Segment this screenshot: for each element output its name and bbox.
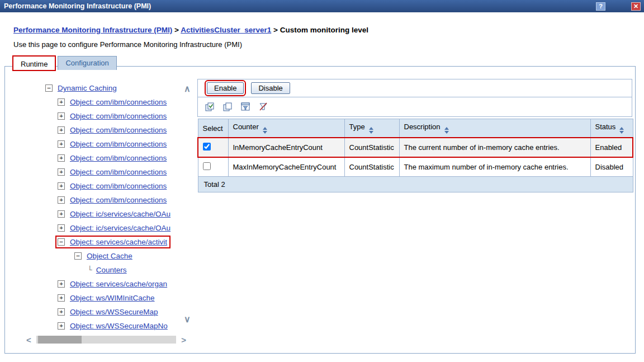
cell-type: CountStatistic — [344, 157, 399, 177]
close-icon[interactable]: ✕ — [631, 2, 641, 11]
sort-icon[interactable] — [619, 127, 624, 134]
tree-item: +Object: com/ibm/connections — [44, 109, 187, 123]
row-select-checkbox[interactable] — [203, 162, 211, 170]
breadcrumb-separator: > — [271, 26, 280, 34]
tree-scroll-up-icon[interactable]: ∧ — [184, 83, 191, 94]
tree-item-inner: +Object: com/ibm/connections — [56, 111, 169, 121]
tree-item-inner: +Object: ws/WIMInitCache — [56, 293, 157, 303]
expand-icon[interactable]: + — [58, 308, 65, 316]
tree-item-link[interactable]: Object: ws/WIMInitCache — [70, 294, 155, 302]
tab-configuration[interactable]: Configuration — [58, 56, 116, 70]
tree-item-link[interactable]: Object: com/ibm/connections — [70, 112, 167, 120]
tree-item: +Object: com/ibm/connections — [44, 179, 187, 193]
tree-item-link[interactable]: Object: ic/services/cache/OAu — [70, 224, 171, 232]
tree-item-link[interactable]: Object: services/cache/activit — [70, 238, 167, 246]
expand-icon[interactable]: + — [58, 294, 65, 302]
intro-text: Use this page to configure Performance M… — [13, 40, 644, 49]
tree-item-link[interactable]: Object: com/ibm/connections — [70, 126, 167, 134]
expand-icon[interactable]: + — [58, 224, 65, 232]
sort-icon[interactable] — [369, 127, 373, 134]
disable-button[interactable]: Disable — [251, 82, 290, 94]
tab-runtime[interactable]: Runtime — [12, 55, 56, 71]
sort-icon[interactable] — [263, 127, 267, 134]
tree-item-inner: +Object: ws/WSSecureMap — [56, 307, 160, 317]
tree-item-link[interactable]: Object: com/ibm/connections — [70, 98, 167, 106]
clear-filter-icon[interactable] — [257, 101, 269, 113]
tree-item-inner: −Object Cache — [73, 251, 135, 261]
tree-item-link[interactable]: Object: com/ibm/connections — [70, 196, 167, 204]
breadcrumb: Performance Monitoring Infrastructure (P… — [13, 26, 644, 34]
show-filter-icon[interactable] — [239, 101, 252, 113]
tree-item-inner: +Object: com/ibm/connections — [56, 97, 169, 107]
tree-item-link[interactable]: Object: com/ibm/connections — [70, 154, 167, 162]
scrollbar-track[interactable] — [36, 336, 176, 344]
tree-item: −Object Cache — [44, 249, 187, 263]
collapse-icon[interactable]: − — [74, 252, 82, 260]
tree-item-inner: +Object: com/ibm/connections — [56, 153, 169, 163]
cell-type: CountStatistic — [344, 138, 399, 157]
tree-item-inner: +Object: com/ibm/connections — [56, 195, 169, 205]
tree-item-inner: +Object: com/ibm/connections — [56, 181, 169, 191]
tree-item: +Object: com/ibm/connections — [44, 165, 187, 179]
tree-item-link[interactable]: Dynamic Caching — [58, 84, 117, 92]
sort-icon[interactable] — [444, 127, 449, 134]
expand-icon[interactable]: + — [58, 210, 65, 218]
tree-item-link[interactable]: Object: com/ibm/connections — [70, 168, 167, 176]
help-icon[interactable]: ? — [596, 2, 605, 11]
expand-icon[interactable]: + — [58, 98, 65, 106]
row-select-checkbox[interactable] — [203, 143, 211, 151]
scrollbar-thumb[interactable] — [38, 336, 82, 344]
tree-item: +Object: com/ibm/connections — [44, 137, 187, 151]
expand-icon[interactable]: + — [58, 112, 65, 120]
action-button-row: Enable Disable — [197, 79, 632, 97]
tree-item-link[interactable]: Object: com/ibm/connections — [70, 182, 167, 190]
tree-scroll-down-icon[interactable]: ∨ — [184, 314, 191, 325]
expand-icon[interactable]: + — [58, 154, 65, 162]
table-header-row: SelectCounterTypeDescriptionStatus — [198, 119, 633, 138]
cell-description: The maximum number of in-memory cache en… — [399, 157, 590, 177]
tree-item: −Dynamic Caching — [44, 81, 187, 95]
select-all-icon[interactable] — [203, 101, 216, 113]
window-titlebar: Performance Monitoring Infrastructure (P… — [0, 0, 644, 12]
tree-item-link[interactable]: Object Cache — [87, 252, 132, 260]
column-header-description[interactable]: Description — [399, 119, 590, 138]
column-header-label: Counter — [233, 123, 259, 131]
enable-button[interactable]: Enable — [207, 82, 244, 94]
tree-item: +Object: ws/WSSecureMap — [44, 305, 187, 319]
table-body: InMemoryCacheEntryCountCountStatisticThe… — [198, 138, 633, 177]
scroll-left-icon[interactable]: < — [26, 336, 31, 344]
tree-item-link[interactable]: Counters — [96, 266, 127, 274]
table-footer-row: Total 2 — [198, 177, 633, 192]
column-header-label: Type — [349, 123, 365, 131]
expand-icon[interactable]: + — [58, 140, 65, 148]
tree-item-inner: └Counters — [87, 265, 129, 275]
expand-icon[interactable]: + — [58, 196, 65, 204]
column-header-label: Select — [203, 124, 223, 133]
expand-icon[interactable]: + — [58, 168, 65, 176]
expand-icon[interactable]: + — [58, 182, 65, 190]
scroll-right-icon[interactable]: > — [181, 336, 186, 344]
tree-item-link[interactable]: Object: ic/services/cache/OAu — [70, 210, 171, 218]
breadcrumb-link[interactable]: ActivitiesCluster_server1 — [181, 26, 271, 34]
cell-select — [198, 138, 228, 157]
expand-icon[interactable]: + — [58, 280, 65, 288]
collapse-icon[interactable]: − — [58, 238, 65, 246]
deselect-all-icon[interactable] — [221, 101, 234, 113]
main-panel: −Dynamic Caching+Object: com/ibm/connect… — [4, 66, 636, 354]
tree-item-inner: +Object: com/ibm/connections — [56, 167, 169, 177]
tree-item: └Counters — [44, 263, 187, 277]
tree-item-link[interactable]: Object: com/ibm/connections — [70, 140, 167, 148]
tree-item-inner: +Object: ws/WSSecureMapNo — [56, 321, 170, 331]
collapse-icon[interactable]: − — [45, 84, 53, 92]
column-header-counter[interactable]: Counter — [228, 119, 344, 138]
tree-item-link[interactable]: Object: ws/WSSecureMapNo — [70, 322, 168, 330]
breadcrumb-link[interactable]: Performance Monitoring Infrastructure (P… — [13, 26, 172, 34]
column-header-type[interactable]: Type — [344, 119, 399, 138]
tree-item-link[interactable]: Object: ws/WSSecureMap — [70, 308, 158, 316]
column-header-label: Description — [404, 123, 441, 131]
tree-item-link[interactable]: Object: services/cache/organ — [70, 280, 167, 288]
tree-item: −Object: services/cache/activit — [44, 235, 187, 249]
column-header-status[interactable]: Status — [590, 119, 633, 138]
expand-icon[interactable]: + — [58, 126, 65, 134]
expand-icon[interactable]: + — [58, 322, 65, 330]
